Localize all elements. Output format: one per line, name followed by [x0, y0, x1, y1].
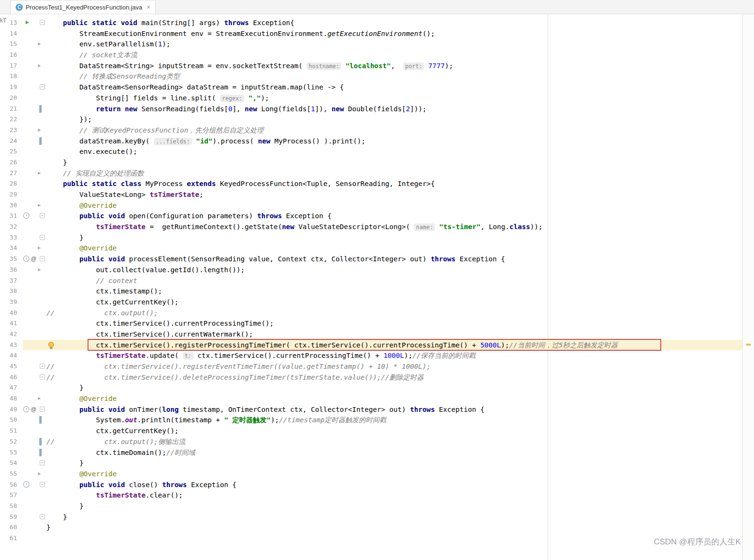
code-text[interactable]: public void processElement(SensorReading…	[46, 254, 742, 265]
line-number[interactable]: 35	[0, 254, 23, 265]
line-number[interactable]: 42	[0, 329, 23, 340]
code-text[interactable]: // ctx.timerService().registerEventTimeT…	[46, 361, 742, 372]
code-text[interactable]: // 转换成SensorReading类型	[46, 71, 742, 82]
code-text[interactable]: }	[46, 501, 742, 512]
line-number[interactable]: 49	[0, 404, 23, 415]
arrow-icon[interactable]: ▶	[38, 63, 41, 68]
fold-icon[interactable]: −	[40, 407, 45, 412]
line-number[interactable]: 39	[0, 297, 23, 308]
line-number[interactable]: 46	[0, 372, 23, 383]
line-number[interactable]: 19	[0, 82, 23, 93]
line-number[interactable]: 40	[0, 308, 23, 319]
fold-icon[interactable]: −	[40, 374, 45, 380]
line-number[interactable]: 31	[0, 211, 23, 222]
code-text[interactable]: ctx.getCurrentKey();	[46, 297, 742, 308]
code-text[interactable]: StreamExecutionEnvironment env = StreamE…	[46, 28, 742, 39]
code-text[interactable]: @Override	[46, 243, 742, 254]
code-text[interactable]: public static class MyProcess extends Ke…	[46, 178, 742, 189]
arrow-icon[interactable]: ▶	[38, 171, 41, 176]
code-text[interactable]: // ctx.output();侧输出流	[46, 436, 742, 447]
line-number[interactable]: 38	[0, 286, 23, 297]
code-text[interactable]: tsTimerState.update( t: ctx.timerService…	[46, 350, 742, 361]
code-text[interactable]	[46, 533, 742, 544]
fold-icon[interactable]: −	[40, 364, 45, 369]
code-text[interactable]: // 实现自定义的处理函数	[46, 168, 742, 179]
override-icon[interactable]: ↑	[23, 406, 29, 412]
fold-icon[interactable]: −	[40, 514, 45, 519]
line-number[interactable]: 52	[0, 436, 23, 447]
line-number[interactable]: 34	[0, 243, 23, 254]
line-number[interactable]: 33	[0, 232, 23, 243]
line-number[interactable]: 51	[0, 426, 23, 436]
code-text[interactable]: tsTimerState.clear();	[46, 490, 742, 501]
line-number[interactable]: 22	[0, 114, 23, 125]
code-text[interactable]: ctx.timerService().currentWatermark();	[46, 329, 742, 340]
code-text[interactable]: ctx.timerService().currentProcessingTime…	[46, 318, 742, 329]
fold-icon[interactable]: −	[40, 213, 45, 218]
code-text[interactable]: System.out.println(timestamp + " 定时器触发")…	[46, 415, 742, 426]
line-number[interactable]: 27	[0, 168, 23, 179]
line-number[interactable]: 21	[0, 104, 23, 115]
line-number[interactable]: 16	[0, 50, 23, 61]
arrow-icon[interactable]: ▶	[38, 396, 41, 401]
line-number[interactable]: 58	[0, 501, 23, 512]
stripe-highlight-mark[interactable]	[746, 344, 751, 346]
code-text[interactable]: // ctx.timerService().deleteProcessingTi…	[46, 372, 742, 383]
code-text[interactable]: }	[46, 512, 742, 523]
arrow-icon[interactable]: ▶	[38, 42, 41, 46]
fold-icon[interactable]: −	[40, 84, 45, 89]
line-number[interactable]: 48	[0, 393, 23, 404]
code-text[interactable]: public static void main(String[] args) t…	[46, 18, 742, 28]
arrow-icon[interactable]: ▶	[38, 471, 41, 476]
code-text[interactable]: @Override	[46, 200, 742, 211]
editor-tab[interactable]: C ProcessTest1_KeyedProcessFunction.java…	[10, 0, 156, 14]
code-text[interactable]: }	[46, 232, 742, 243]
code-text[interactable]: @Override	[46, 469, 742, 480]
code-text[interactable]: // socket文本流	[46, 50, 742, 61]
fold-icon[interactable]: −	[40, 235, 45, 240]
fold-icon[interactable]: −	[40, 460, 45, 465]
line-number[interactable]: 53	[0, 447, 23, 458]
line-number[interactable]: 56	[0, 480, 23, 490]
code-text[interactable]: DataStream<SensorReading> dataStream = i…	[46, 82, 742, 93]
line-number[interactable]: 32	[0, 222, 23, 232]
line-number[interactable]: 14	[0, 28, 23, 39]
code-text[interactable]: // ctx.output();	[46, 308, 742, 319]
code-editor[interactable]: 13▶− public static void main(String[] ar…	[0, 15, 742, 560]
code-text[interactable]: ctx.timestamp();	[46, 286, 742, 297]
code-text[interactable]: env.execute();	[46, 146, 742, 157]
line-number[interactable]: 26	[0, 157, 23, 168]
bulb-icon[interactable]	[48, 342, 54, 347]
arrow-icon[interactable]: ▶	[38, 267, 41, 272]
code-text[interactable]: }	[46, 382, 742, 393]
tab-close-icon[interactable]: ×	[146, 4, 150, 10]
arrow-icon[interactable]: ▶	[38, 246, 41, 250]
code-text[interactable]: public void onTimer(long timestamp, OnTi…	[46, 404, 742, 415]
line-number[interactable]: 50	[0, 415, 23, 426]
line-number[interactable]: 57	[0, 490, 23, 501]
code-text[interactable]: }	[46, 157, 742, 168]
code-text[interactable]: return new SensorReading(fields[0], new …	[46, 104, 742, 115]
line-number[interactable]: 37	[0, 276, 23, 286]
line-number[interactable]: 28	[0, 178, 23, 189]
line-number[interactable]: 61	[0, 533, 23, 544]
code-text[interactable]: ValueState<Long> tsTimerState;	[46, 189, 742, 200]
line-number[interactable]: 41	[0, 318, 23, 329]
fold-icon[interactable]: −	[40, 20, 45, 25]
code-text[interactable]: // context	[46, 276, 742, 286]
line-number[interactable]: 20	[0, 93, 23, 104]
code-text[interactable]: dataStream.keyBy( ...fields: "id").proce…	[46, 136, 742, 147]
code-text[interactable]: ctx.timerService().registerProcessingTim…	[46, 340, 742, 351]
scrollbar-error-stripe[interactable]	[742, 15, 754, 560]
code-text[interactable]: out.collect(value.getId().length());	[46, 265, 742, 276]
arrow-icon[interactable]: ▶	[38, 128, 41, 133]
line-number[interactable]: 24	[0, 136, 23, 147]
code-text[interactable]: ctx.getCurrentKey();	[46, 426, 742, 436]
code-text[interactable]: ctx.timeDomain();//时间域	[46, 447, 742, 458]
line-number[interactable]: 36	[0, 265, 23, 276]
override-icon[interactable]: ↑	[23, 213, 29, 219]
override-icon[interactable]: ↑	[23, 481, 29, 488]
line-number[interactable]: 15	[0, 39, 23, 50]
line-number[interactable]: 59	[0, 512, 23, 523]
code-text[interactable]: tsTimerState = getRuntimeContext().getSt…	[46, 222, 742, 232]
